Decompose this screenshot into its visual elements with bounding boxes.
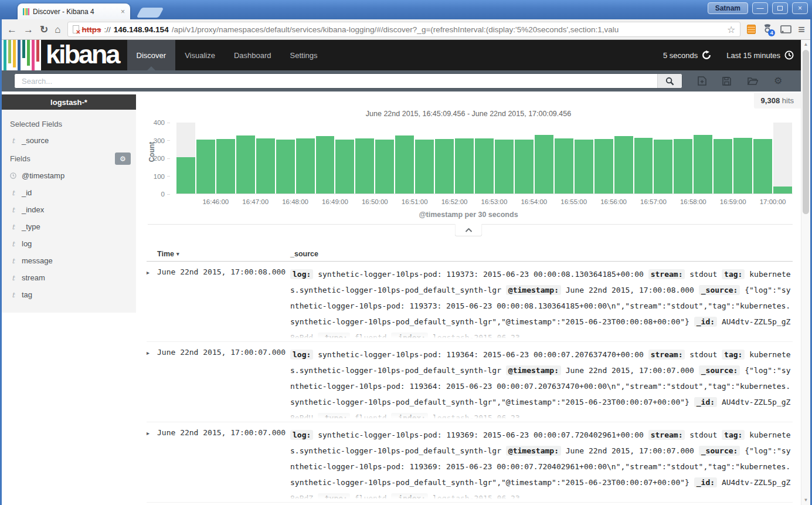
field-settings-gear-icon[interactable]: ⚙ (115, 152, 131, 165)
search-button[interactable] (657, 74, 682, 88)
index-pattern-selector[interactable]: logstash-* (2, 94, 136, 110)
expand-caret-icon[interactable]: ▸ (147, 266, 157, 341)
field-item-_index[interactable]: t_index (2, 201, 136, 218)
clock-field-icon (10, 172, 16, 179)
histogram-bar[interactable] (216, 139, 235, 194)
histogram-bar[interactable] (753, 139, 772, 194)
field-item-stream[interactable]: tstream (2, 269, 136, 286)
field-item-@timestamp[interactable]: @timestamp (2, 167, 136, 184)
scroll-down-icon[interactable]: ▼ (801, 496, 810, 505)
field-label: _type (22, 222, 40, 231)
field-item-_type[interactable]: t_type (2, 218, 136, 235)
extension-icon-phone[interactable]: 4 (762, 23, 774, 35)
url-bar[interactable]: https :// 146.148.94.154 /api/v1/proxy/n… (67, 22, 741, 37)
menu-icon[interactable]: ≡ (798, 23, 805, 36)
histogram-bar[interactable] (375, 140, 394, 194)
histogram-bar[interactable] (654, 140, 672, 194)
new-search-icon[interactable] (698, 76, 706, 86)
field-item-_id[interactable]: t_id (2, 184, 136, 201)
histogram-bar[interactable] (634, 138, 653, 194)
histogram-bar[interactable] (176, 157, 195, 194)
forward-icon[interactable]: → (23, 25, 33, 35)
extension-icon-orange[interactable] (747, 25, 756, 34)
histogram-bar[interactable] (276, 140, 295, 194)
bookmark-star-icon[interactable]: ☆ (727, 24, 735, 35)
field-item-_source[interactable]: t_source (2, 132, 136, 149)
profile-button[interactable]: Satnam (708, 2, 748, 14)
nav-item-settings[interactable]: Settings (281, 40, 327, 70)
scrollbar-thumb[interactable] (803, 50, 809, 214)
chart-title: June 22nd 2015, 16:45:09.456 - June 22nd… (136, 110, 801, 118)
histogram-bar[interactable] (714, 139, 732, 194)
insecure-page-icon[interactable] (73, 25, 79, 33)
kibana-wordmark: kibana (41, 40, 127, 70)
histogram-bar[interactable] (475, 138, 494, 194)
histogram-bar[interactable] (316, 136, 335, 194)
histogram-bar[interactable] (395, 135, 414, 194)
scroll-up-icon[interactable]: ▲ (801, 40, 810, 49)
search-icon (665, 77, 674, 86)
histogram-bar[interactable] (594, 139, 613, 194)
doc-row[interactable]: ▸June 22nd 2015, 17:00:07.000log: synthe… (147, 422, 793, 503)
time-picker-control[interactable]: Last 15 minutes (726, 50, 794, 60)
histogram-bar[interactable] (455, 138, 474, 194)
histogram-bar[interactable] (555, 138, 573, 194)
nav-items: DiscoverVisualizeDashboardSettings (127, 40, 327, 70)
histogram-bar[interactable] (435, 139, 454, 194)
field-label: stream (22, 273, 45, 282)
close-button[interactable]: × (792, 2, 808, 14)
histogram-bar[interactable] (355, 138, 374, 194)
kibana-logo[interactable]: kibana (2, 40, 127, 70)
expand-caret-icon[interactable]: ▸ (147, 347, 157, 422)
histogram-bar[interactable] (535, 135, 553, 194)
selected-fields-heading: Selected Fields (2, 113, 136, 132)
field-badge: _type: (318, 493, 350, 501)
settings-gear-icon[interactable]: ⚙ (774, 76, 782, 86)
home-icon[interactable]: ⌂ (55, 25, 60, 35)
save-icon[interactable] (722, 77, 731, 86)
new-tab-button[interactable] (136, 8, 164, 18)
clock-icon (784, 50, 794, 60)
nav-item-visualize[interactable]: Visualize (175, 40, 225, 70)
histogram-bar[interactable] (256, 138, 275, 194)
histogram-bar[interactable] (236, 135, 255, 194)
field-item-log[interactable]: tlog (2, 235, 136, 252)
reload-icon[interactable]: ↻ (40, 25, 48, 35)
histogram-bar[interactable] (674, 139, 692, 194)
histogram-bar[interactable] (773, 187, 792, 194)
refresh-interval-control[interactable]: 5 seconds (663, 50, 711, 60)
nav-item-discover[interactable]: Discover (127, 40, 176, 70)
cast-icon[interactable] (780, 25, 791, 34)
histogram-bar[interactable] (415, 140, 434, 194)
search-input[interactable] (15, 74, 657, 88)
minimize-button[interactable]: — (752, 2, 768, 14)
x-tick-label: 16:53:00 (481, 198, 508, 205)
histogram-bar[interactable] (733, 138, 752, 194)
histogram-bar[interactable] (335, 140, 354, 194)
doc-row[interactable]: ▸June 22nd 2015, 17:00:07.000log: synthe… (147, 342, 793, 422)
tab-close-icon[interactable]: × (121, 8, 125, 16)
nav-item-dashboard[interactable]: Dashboard (225, 40, 281, 70)
tab-title: Discover - Kibana 4 (33, 8, 117, 16)
doc-source: log: synthetic-logger-10lps-pod: 119373:… (290, 266, 793, 340)
browser-tab[interactable]: Discover - Kibana 4 × (18, 4, 130, 19)
time-column-header[interactable]: Time ▾ (147, 250, 290, 258)
histogram-bar[interactable] (614, 136, 633, 194)
expand-caret-icon[interactable]: ▸ (147, 427, 157, 502)
open-icon[interactable] (748, 77, 758, 85)
histogram-bar[interactable] (694, 135, 712, 194)
field-item-tag[interactable]: ttag (2, 286, 136, 303)
maximize-button[interactable] (772, 2, 788, 14)
field-item-message[interactable]: tmessage (2, 252, 136, 269)
collapse-chart-button[interactable] (455, 224, 483, 236)
histogram-bar[interactable] (296, 138, 315, 194)
back-icon[interactable]: ← (7, 25, 17, 35)
histogram-bar[interactable] (515, 140, 534, 194)
doc-row[interactable]: ▸June 22nd 2015, 17:00:08.000log: synthe… (147, 262, 793, 342)
histogram-bar[interactable] (196, 140, 215, 194)
page-scrollbar[interactable]: ▲ ▼ (801, 40, 810, 505)
field-badge: log: (290, 430, 313, 440)
histogram-bar[interactable] (495, 140, 514, 194)
histogram-bar[interactable] (575, 140, 593, 194)
string-field-icon: t (10, 240, 16, 248)
